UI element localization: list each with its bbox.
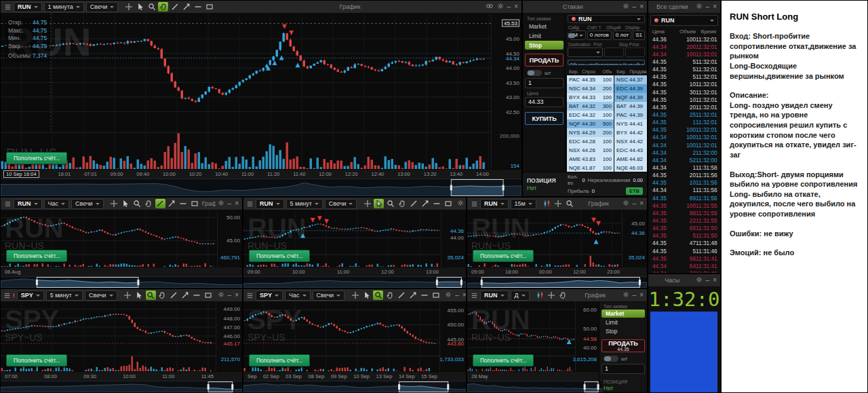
- trade-row[interactable]: 44.35511:32:01: [648, 66, 720, 73]
- close-icon[interactable]: ×: [639, 3, 644, 10]
- bid-row[interactable]: PAC44.35100: [567, 75, 614, 84]
- crosshair-tool-button[interactable]: [553, 199, 564, 208]
- chart-navigator[interactable]: [467, 381, 599, 392]
- minimize-icon[interactable]: –: [455, 292, 459, 299]
- time-axis[interactable]: 09:0018:0000:0012:0023:00: [467, 267, 647, 276]
- close-icon[interactable]: ×: [235, 292, 239, 299]
- minimize-icon[interactable]: –: [228, 200, 232, 207]
- hline-tool-button[interactable]: [419, 291, 429, 300]
- gear-icon[interactable]: [218, 200, 224, 208]
- gear-icon[interactable]: [218, 291, 224, 299]
- trade-row[interactable]: 44.353011:32:01: [648, 88, 720, 96]
- minimize-icon[interactable]: –: [633, 200, 637, 207]
- order-type-market[interactable]: Market: [601, 310, 645, 318]
- crosshair-tool-button[interactable]: [362, 199, 372, 208]
- minimize-icon[interactable]: –: [633, 3, 637, 10]
- gear-icon[interactable]: [696, 3, 703, 11]
- rect-tool-button[interactable]: [203, 291, 214, 300]
- price-axis[interactable]: 45.5345.0044.5044.0043.5043.0042.5044.34…: [491, 14, 521, 169]
- deposit-button[interactable]: Пополнить счёт...: [6, 354, 67, 367]
- zoom-tool-button[interactable]: [146, 291, 156, 300]
- close-icon[interactable]: ×: [639, 200, 644, 207]
- trade-row[interactable]: 44.34111:31:56: [648, 187, 720, 194]
- hand-tool-button[interactable]: [157, 291, 167, 300]
- trade-row[interactable]: 44.3420011:32:01: [648, 43, 720, 50]
- zoom-tool-button[interactable]: [132, 199, 142, 208]
- order-type-stop[interactable]: Stop: [601, 327, 645, 335]
- chart-area[interactable]: RUNRUN~US45.0044.3635,024Пополнить счёт.…: [467, 210, 647, 267]
- gear-icon[interactable]: [623, 3, 629, 11]
- trade-row[interactable]: 44.351011:31:56: [648, 179, 720, 187]
- trade-row[interactable]: 44.352011:31:56: [648, 172, 720, 179]
- trade-row[interactable]: 44.35511:32:01: [648, 73, 720, 81]
- dom-symbol-select[interactable]: RUN: [568, 15, 645, 23]
- rect-tool-button[interactable]: [190, 199, 200, 208]
- hand-tool-button[interactable]: [144, 199, 154, 208]
- ask-row[interactable]: NYS44.41100: [614, 119, 648, 128]
- symbol-select[interactable]: RUN: [14, 2, 42, 12]
- symbol-select[interactable]: RUN: [480, 291, 509, 301]
- bid-row[interactable]: BAT44.32300: [567, 102, 614, 111]
- timeframe-select[interactable]: 1 минута: [44, 2, 84, 12]
- gear-icon[interactable]: [623, 291, 629, 299]
- timeframe-select[interactable]: 15м: [511, 199, 536, 209]
- ask-row[interactable]: PAC44.39200: [614, 111, 648, 119]
- crosshair-tool-button[interactable]: [350, 291, 360, 300]
- zoom-tool-button[interactable]: [385, 199, 395, 208]
- hand-tool-button[interactable]: [158, 2, 168, 12]
- rect-tool-button[interactable]: [443, 199, 453, 208]
- sell-button[interactable]: ПРОДАТЬ: [525, 54, 564, 67]
- trade-row[interactable]: 44.35111:32:01: [648, 119, 720, 126]
- style-select[interactable]: Свечи: [86, 2, 119, 12]
- deposit-button[interactable]: Пополнить счёт...: [473, 250, 534, 262]
- hline-tool-button[interactable]: [431, 199, 441, 208]
- trade-row[interactable]: 44.34111:31:58: [648, 164, 720, 171]
- minimize-icon[interactable]: –: [706, 277, 710, 284]
- trade-row[interactable]: 44.3410011:32:01: [648, 141, 720, 149]
- zoom-tool-button[interactable]: [146, 2, 157, 12]
- window-menu-icon[interactable]: [246, 291, 254, 299]
- chart-navigator[interactable]: [243, 276, 466, 288]
- trades-list[interactable]: 44.3610011:32:0144.3420011:32:0144.34100…: [648, 35, 720, 273]
- trade-row[interactable]: 44.351011:32:01: [648, 81, 720, 88]
- close-icon[interactable]: ×: [713, 277, 717, 284]
- trade-row[interactable]: 44.3610011:32:01: [648, 35, 720, 43]
- chart-navigator[interactable]: [1, 381, 242, 392]
- minimize-icon[interactable]: –: [633, 292, 637, 299]
- close-icon[interactable]: ×: [462, 292, 467, 299]
- hand-tool-button[interactable]: [397, 199, 407, 208]
- deposit-button[interactable]: Пополнить счёт...: [249, 354, 310, 367]
- window-menu-icon[interactable]: [470, 200, 478, 208]
- qty-field[interactable]: 1: [601, 364, 645, 374]
- arrow-tool-button[interactable]: [167, 199, 177, 208]
- side-toggle[interactable]: [568, 33, 569, 39]
- trade-row[interactable]: 44.352511:32:01: [648, 111, 720, 118]
- symbol-select[interactable]: SPY: [256, 291, 283, 301]
- deposit-button[interactable]: Пополнить счёт...: [473, 354, 534, 367]
- line-tool-button[interactable]: [408, 199, 418, 208]
- chart-area[interactable]: RUN RUN~US Откр.44.75 Макс.44.75 Мин.44.…: [1, 14, 521, 169]
- trade-row[interactable]: 44.3410011:32:01: [648, 50, 720, 58]
- hline-tool-button[interactable]: [178, 199, 189, 208]
- close-icon[interactable]: ×: [514, 3, 518, 10]
- link-icon[interactable]: [486, 2, 494, 12]
- bid-row[interactable]: NQF44.30500: [567, 119, 614, 128]
- minimize-icon[interactable]: –: [706, 3, 710, 10]
- order-type-stop[interactable]: Stop: [525, 41, 564, 50]
- cursor-tool-button[interactable]: [121, 199, 131, 208]
- line-tool-button[interactable]: [169, 291, 179, 300]
- arrow-tool-button[interactable]: [181, 2, 191, 12]
- trades-symbol-select[interactable]: RUN: [650, 15, 718, 26]
- hand-tool-button[interactable]: [558, 291, 568, 300]
- rect-tool-button[interactable]: [204, 2, 214, 12]
- trade-row[interactable]: 44.3510011:32:01: [648, 126, 720, 134]
- ask-row[interactable]: NSC44.37300: [614, 75, 648, 84]
- price-axis[interactable]: 60.0050.0040.0044.583,615,208: [575, 302, 599, 371]
- arrow-tool-button[interactable]: [408, 291, 418, 300]
- timeframe-select[interactable]: Час: [44, 199, 70, 209]
- hand-tool-button[interactable]: [384, 291, 395, 300]
- crosshair-tool-button[interactable]: [109, 199, 119, 208]
- symbol-select[interactable]: RUN: [14, 199, 42, 209]
- cursor-tool-button[interactable]: [135, 2, 145, 12]
- trade-row[interactable]: 44.356611:31:41: [648, 255, 720, 262]
